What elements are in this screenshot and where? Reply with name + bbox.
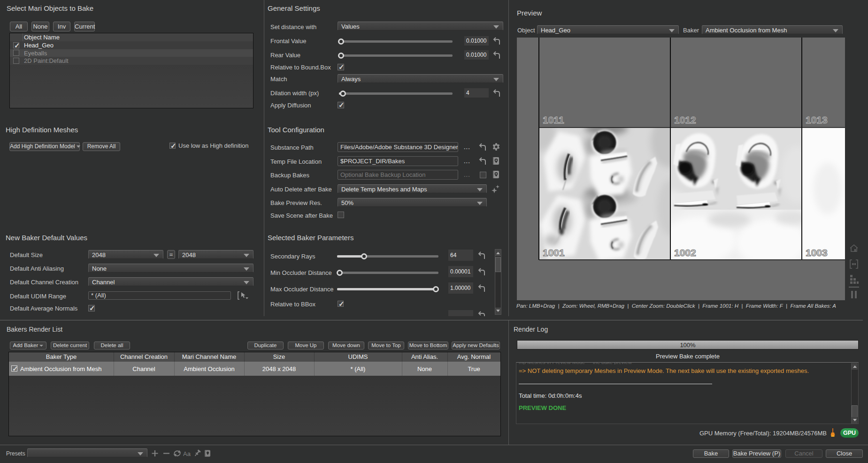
svg-text:1012: 1012 xyxy=(674,114,696,125)
svg-text:1003: 1003 xyxy=(806,247,828,258)
svg-text:Aa: Aa xyxy=(183,450,191,457)
svg-text:1013: 1013 xyxy=(806,114,828,125)
svg-text:1002: 1002 xyxy=(674,247,696,258)
svg-text:1011: 1011 xyxy=(543,114,564,125)
svg-text:1001: 1001 xyxy=(543,247,565,258)
